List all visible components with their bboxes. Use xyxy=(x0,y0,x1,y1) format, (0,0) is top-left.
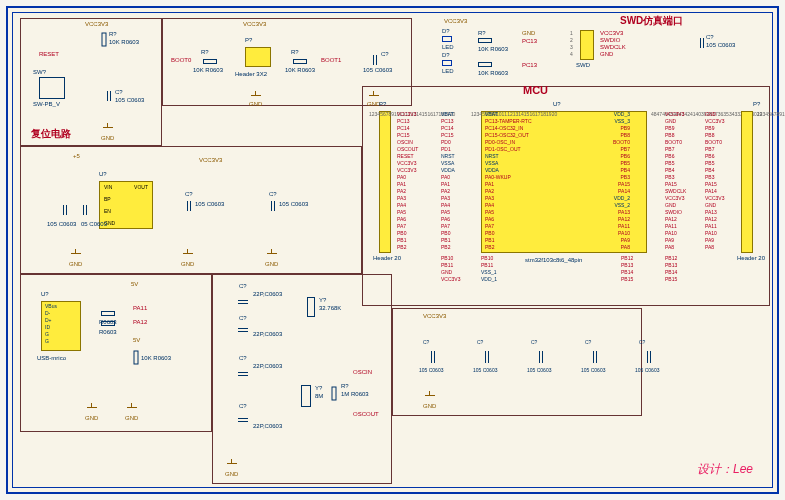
decap-row: C?105 C0603C?105 C0603C?105 C0603C?105 C… xyxy=(423,343,667,383)
rail-vcc3v3: VCC3V3 xyxy=(85,21,108,27)
c-x2b xyxy=(238,418,248,422)
hdr-right xyxy=(741,111,753,253)
d1-ref: D? xyxy=(442,28,450,34)
boot-cap xyxy=(373,55,377,65)
gnd xyxy=(127,403,137,411)
gnd: GND xyxy=(249,101,262,107)
bc-ref: C? xyxy=(381,51,389,57)
c-x1a xyxy=(238,300,248,304)
swd-title: SWD仿真端口 xyxy=(620,14,683,28)
c-ref: C? xyxy=(115,89,123,95)
cout2-val: 105 C0603 xyxy=(279,201,308,207)
reg-chip: VIN VOUT BP EN GND xyxy=(99,181,153,229)
swd-pins: 12 34 xyxy=(570,30,573,58)
gnd xyxy=(87,403,97,411)
sw-val: SW-PB_V xyxy=(33,101,60,107)
r-led1 xyxy=(478,38,492,43)
usb-val: USB-mrico xyxy=(37,355,66,361)
block-leds: VCC3V3 D? LED R? 10K R0603 GND PC13 D? L… xyxy=(412,18,566,88)
resistor xyxy=(102,33,107,47)
gnd-symbol xyxy=(103,123,113,131)
rr-ref: R? xyxy=(291,49,299,55)
cout2-ref: C? xyxy=(269,191,277,197)
cbp-val: 05 C0603 xyxy=(81,221,107,227)
net-pc13b: PC13 xyxy=(522,62,537,68)
designer-label: 设计：Lee xyxy=(697,461,753,478)
c-x2a xyxy=(238,372,248,376)
xtal2 xyxy=(301,385,311,407)
block-mcu: MCU P? 1234567891011121314151617181920 V… xyxy=(362,86,770,306)
usb-r1 xyxy=(101,311,115,316)
swd-header xyxy=(580,30,594,60)
gnd xyxy=(183,249,193,257)
xtal2-r xyxy=(332,387,337,401)
net-pc13: PC13 xyxy=(522,38,537,44)
bc-val: 105 C0603 xyxy=(363,67,392,73)
right-inner: VCC3V3GNDPB9PB8BOOT0PB7PB6PB5PB4PB3PA15S… xyxy=(665,111,686,251)
cap xyxy=(107,91,111,101)
d2-val: LED xyxy=(442,68,454,74)
block-swd: SWD仿真端口 12 34 VCC3V3 SWDIO SWDCLK GND SW… xyxy=(566,18,766,76)
usb-pins: VBus D- D+ ID G G xyxy=(45,303,57,345)
cout xyxy=(187,201,191,211)
gnd-label: GND xyxy=(101,135,114,141)
mcu-right-names: VDD_3VSS_3PB9PB8BOOT0PB7PB6PB5PB4PB3PA15… xyxy=(613,111,630,251)
rr-val: 10K R0603 xyxy=(285,67,315,73)
boot0: BOOT0 xyxy=(171,57,191,63)
cout2 xyxy=(271,201,275,211)
gnd xyxy=(267,249,277,257)
block-usb: 5V U? VBus D- D+ ID G G USB-mrico PA11 R… xyxy=(20,274,212,432)
gnd: GND xyxy=(522,30,535,36)
gnd xyxy=(425,391,435,399)
r-right xyxy=(293,59,307,64)
gnd-symbol xyxy=(251,91,261,99)
block-reg: +5 VCC3V3 VIN VOUT BP EN GND U? 105 C060… xyxy=(20,146,362,274)
r1-val: 10K R0603 xyxy=(478,46,508,52)
rail-3v3: VCC3V3 xyxy=(199,157,222,163)
rail-vcc3v3: VCC3V3 xyxy=(243,21,266,27)
rl-val: 10K R0603 xyxy=(193,67,223,73)
swd-nets: VCC3V3 SWDIO SWDCLK GND xyxy=(600,30,626,58)
rail-5: +5 xyxy=(73,153,80,159)
cin-val: 105 C0603 xyxy=(47,221,76,227)
gnd xyxy=(227,459,237,467)
gnd xyxy=(71,249,81,257)
d2-ref: D? xyxy=(442,52,450,58)
schematic-sheet: VCC3V3 R? 10K R0603 RESET SW? SW-PB_V C?… xyxy=(6,6,779,494)
swd-cap xyxy=(700,38,704,48)
c-val: 105 C0603 xyxy=(115,97,144,103)
led2 xyxy=(442,60,452,66)
hdr-val: Header 3X2 xyxy=(235,71,267,77)
left-inner-a: VBATPC13PC14PC15PD0PD1NRSTVSSAVDDAPA0PA1… xyxy=(441,111,455,251)
mcu-title: MCU xyxy=(523,84,548,96)
usb-r3 xyxy=(134,351,139,365)
xtal1 xyxy=(307,297,315,317)
hdr-ref: P? xyxy=(245,37,252,43)
net-reset: RESET xyxy=(39,51,59,57)
u-ref: U? xyxy=(99,171,107,177)
switch-body xyxy=(39,77,65,99)
mcu-left-names: VBATPC13-TAMPER-RTCPC14-OSC32_INPC15-OSC… xyxy=(485,111,532,251)
rail-vcc3v3: VCC3V3 xyxy=(444,18,467,24)
cbp xyxy=(83,205,87,215)
d1-val: LED xyxy=(442,44,454,50)
hdrL-nets: VCC3V3PC13PC14PC15OSCINOSCOUTRESETVCC3V3… xyxy=(397,111,418,251)
block-decap: VCC3V3 C?105 C0603C?105 C0603C?105 C0603… xyxy=(392,308,642,416)
hdrR-nets: GNDVCC3V3PB9PB8BOOT0PB7PB6PB5PB4PB3PA15P… xyxy=(705,111,724,251)
usb-r2 xyxy=(101,321,115,326)
swdc-val: 105 C0603 xyxy=(706,42,735,48)
r1-ref: R? xyxy=(478,30,486,36)
r-led2 xyxy=(478,62,492,67)
cin xyxy=(63,205,67,215)
boot1: BOOT1 xyxy=(321,57,341,63)
led1 xyxy=(442,36,452,42)
mcu-val: stm32f103c8t6_48pin xyxy=(525,257,582,263)
r-left xyxy=(203,59,217,64)
usb-ref: U? xyxy=(41,291,49,297)
hdr-left xyxy=(379,111,391,253)
sw-ref: SW? xyxy=(33,69,46,75)
rl-ref: R? xyxy=(201,49,209,55)
cout-val: 105 C0603 xyxy=(195,201,224,207)
boot-header-chip xyxy=(245,47,271,67)
rail-5v: 5V xyxy=(131,281,138,287)
